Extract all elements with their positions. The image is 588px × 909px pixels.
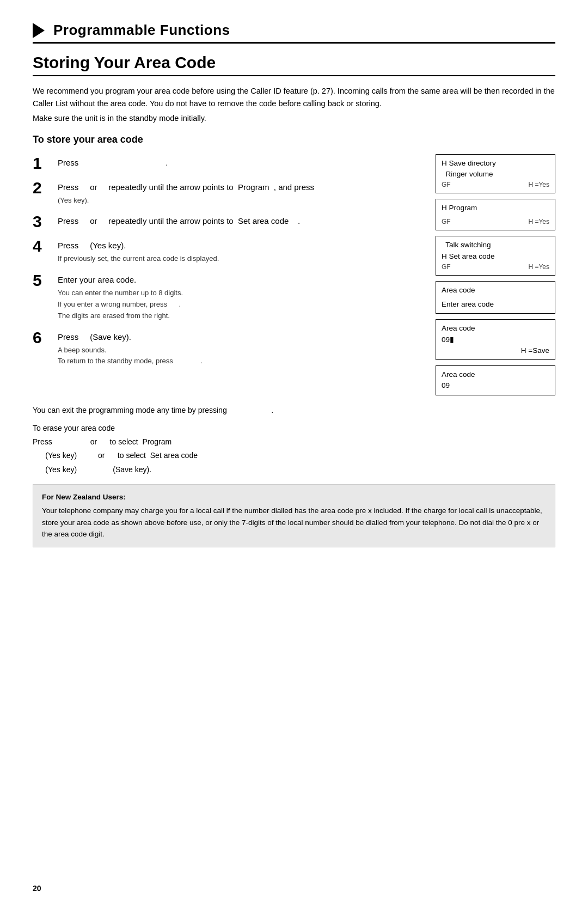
step-2-sub: (Yes key).	[58, 195, 425, 206]
step-1-content: Press.	[58, 154, 425, 170]
display-1-gf: GF	[442, 180, 451, 190]
display-6-line1: Area code	[442, 369, 549, 380]
displays-column: H Save directory Ringer volume GF H =Yes…	[436, 154, 555, 395]
display-3-line2: H Set area code	[442, 251, 549, 262]
display-box-1: H Save directory Ringer volume GF H =Yes	[436, 154, 555, 194]
display-3-bottom: GF H =Yes	[442, 262, 549, 272]
note-box-text: Your telephone company may charge you fo…	[42, 505, 546, 540]
step-4-main: Press (Yes key).	[58, 239, 425, 252]
step-4-sub: If previously set, the current area code…	[58, 253, 425, 265]
display-1-yes: H =Yes	[528, 180, 549, 190]
step-3-number: 3	[33, 212, 52, 230]
step-3: 3 Press or repeatedly until the arrow po…	[33, 212, 425, 230]
display-6-line2: 09	[442, 380, 549, 391]
step-2-content: Press or repeatedly until the arrow poin…	[58, 179, 425, 206]
step-1: 1 Press.	[33, 154, 425, 172]
display-5-line1: Area code	[442, 323, 549, 334]
display-1-line2: Ringer volume	[442, 169, 549, 180]
step-4-content: Press (Yes key). If previously set, the …	[58, 237, 425, 265]
erase-line1: Press or to select Program	[33, 435, 555, 449]
step-3-content: Press or repeatedly until the arrow poin…	[58, 212, 425, 229]
note-box: For New Zealand Users: Your telephone co…	[33, 484, 555, 547]
display-3-gf: GF	[442, 262, 451, 272]
step-5-sub2: If you enter a wrong number, press .	[58, 299, 425, 310]
erase-line3: (Yes key) (Save key).	[33, 463, 555, 477]
display-3-line1: Talk switching	[442, 240, 549, 251]
display-4-line1: Area code	[442, 285, 549, 296]
step-5-sub3: The digits are erased from the right.	[58, 310, 425, 322]
step-1-main: Press.	[58, 156, 425, 169]
header-bar: Programmable Functions	[33, 22, 555, 39]
display-box-6: Area code 09	[436, 365, 555, 395]
display-3-yes: H =Yes	[528, 262, 549, 272]
display-2-yes: H =Yes	[528, 217, 549, 227]
display-box-2: H Program GF H =Yes	[436, 199, 555, 230]
step-6: 6 Press (Save key). A beep sounds. To re…	[33, 328, 425, 368]
step-6-main: Press (Save key).	[58, 331, 425, 344]
step-3-main: Press or repeatedly until the arrow poin…	[58, 215, 425, 228]
display-box-3: Talk switching H Set area code GF H =Yes	[436, 236, 555, 276]
step-5-content: Enter your area code. You can enter the …	[58, 271, 425, 321]
step-4-number: 4	[33, 237, 52, 255]
display-1-bottom: GF H =Yes	[442, 180, 549, 190]
step-5: 5 Enter your area code. You can enter th…	[33, 271, 425, 321]
display-5-line2: 09▮	[442, 334, 549, 345]
page-title: Storing Your Area Code	[33, 53, 555, 76]
header-underline	[33, 42, 555, 44]
step-5-main: Enter your area code.	[58, 273, 425, 286]
step-6-sub1: A beep sounds.	[58, 345, 425, 356]
step-6-sub2: To return to the standby mode, press .	[58, 356, 425, 367]
display-5-bottom: H =Save	[442, 345, 549, 356]
intro-paragraph1: We recommend you program your area code …	[33, 85, 555, 110]
note-box-title: For New Zealand Users:	[42, 491, 546, 503]
step-6-content: Press (Save key). A beep sounds. To retu…	[58, 328, 425, 368]
step-2-main: Press or repeatedly until the arrow poin…	[58, 181, 425, 194]
erase-line2: (Yes key) or to select Set area code	[33, 449, 555, 462]
display-2-bottom: GF H =Yes	[442, 217, 549, 227]
page: Programmable Functions Storing Your Area…	[0, 0, 588, 909]
display-2-line1: H Program	[442, 203, 549, 213]
page-number: 20	[33, 884, 41, 893]
exit-note: You can exit the programming mode any ti…	[33, 404, 555, 416]
step-2-number: 2	[33, 179, 52, 197]
steps-column: 1 Press. 2 Press or repeatedly until the…	[33, 154, 425, 395]
section-title: To store your area code	[33, 134, 555, 145]
display-2-gf: GF	[442, 217, 451, 227]
step-1-number: 1	[33, 154, 52, 172]
header-title: Programmable Functions	[53, 22, 230, 39]
erase-section: To erase your area code Press or to sele…	[33, 422, 555, 477]
erase-title: To erase your area code	[33, 422, 555, 435]
display-box-5: Area code 09▮ H =Save	[436, 319, 555, 360]
steps-displays-container: 1 Press. 2 Press or repeatedly until the…	[33, 154, 555, 395]
display-box-4: Area code Enter area code	[436, 281, 555, 314]
step-5-number: 5	[33, 271, 52, 289]
step-4: 4 Press (Yes key). If previously set, th…	[33, 237, 425, 265]
display-1-line1: H Save directory	[442, 158, 549, 169]
intro-paragraph2: Make sure the unit is in the standby mod…	[33, 112, 555, 125]
header-arrow-icon	[33, 23, 45, 38]
step-5-sub1: You can enter the number up to 8 digits.	[58, 288, 425, 299]
step-2: 2 Press or repeatedly until the arrow po…	[33, 179, 425, 206]
display-4-line2: Enter area code	[442, 299, 549, 310]
step-6-number: 6	[33, 328, 52, 346]
